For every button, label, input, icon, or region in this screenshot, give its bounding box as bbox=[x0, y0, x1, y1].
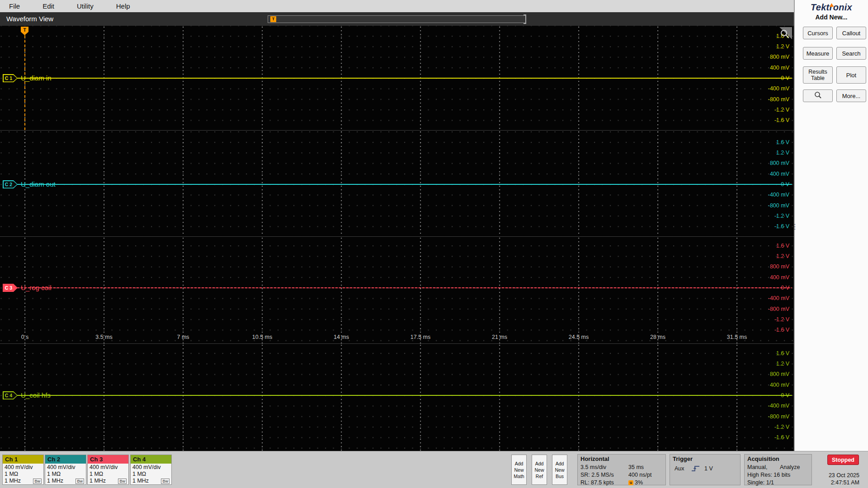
waveform-display[interactable]: 1.6 V 1.2 V 800 mV 400 mV 0 V -400 mV -8… bbox=[0, 26, 794, 451]
ch2-impedance: 1 MΩ bbox=[47, 471, 84, 478]
time-tick-label: 14 ms bbox=[334, 334, 349, 340]
scale-label: -800 mV bbox=[768, 96, 789, 103]
record-view-map[interactable]: T bbox=[268, 15, 526, 23]
add-bus-line2: New bbox=[552, 467, 567, 473]
time-axis: 0 s 3.5 ms 7 ms 10.5 ms 14 ms 17.5 ms 21… bbox=[0, 334, 794, 342]
add-new-math-button[interactable]: Add New Math bbox=[511, 455, 527, 485]
trigger-source: Aux bbox=[675, 465, 684, 472]
ch4-badge[interactable]: C 4 bbox=[3, 391, 18, 399]
menu-file[interactable]: File bbox=[9, 2, 20, 10]
scale-label: -400 mV bbox=[768, 402, 789, 409]
scale-label: -1.2 V bbox=[774, 212, 789, 220]
add-new-ref-button[interactable]: Add New Ref bbox=[532, 455, 547, 485]
menu-bar: File Edit Utility Help bbox=[0, 0, 794, 12]
map-trigger-icon[interactable]: T bbox=[270, 16, 276, 22]
ch1-waveform-label[interactable]: U_diam in bbox=[21, 74, 52, 83]
right-control-panel: Tektronix Add New... ⋮ Cursors Callout M… bbox=[794, 0, 868, 451]
ch3-waveform-label[interactable]: U_rog coil bbox=[21, 283, 52, 292]
ch4-volts-per-div: 400 mV/div bbox=[132, 464, 170, 471]
sample-resolution: 400 ns/pt bbox=[628, 472, 651, 479]
ch4-trace[interactable] bbox=[17, 395, 792, 396]
scale-label: -1.2 V bbox=[774, 106, 789, 113]
time-tick-label: 21 ms bbox=[492, 334, 507, 340]
more-button[interactable]: More... bbox=[836, 89, 866, 102]
waveform-view-header: Waveform View T bbox=[0, 12, 794, 26]
ch2-trace[interactable] bbox=[17, 184, 792, 185]
position-readout: u3% bbox=[628, 479, 643, 486]
trigger-slope-icon bbox=[691, 465, 701, 474]
callout-button[interactable]: Callout bbox=[836, 27, 866, 39]
ch2-bw-limit-icon: Bw bbox=[75, 479, 84, 484]
plot-button[interactable]: Plot bbox=[836, 66, 866, 84]
add-math-line2: New bbox=[512, 467, 526, 473]
zoom-button[interactable] bbox=[803, 89, 833, 102]
ch3-bandwidth: 1 MHz bbox=[90, 478, 106, 484]
time-tick-label: 24.5 ms bbox=[569, 334, 589, 340]
ch1-bandwidth: 1 MHz bbox=[5, 478, 21, 484]
scale-label: 400 mV bbox=[770, 381, 789, 389]
add-new-bus-button[interactable]: Add New Bus bbox=[552, 455, 567, 485]
acquisition-detail: High Res: 16 bits bbox=[747, 472, 790, 479]
ch4-settings-header: Ch 4 bbox=[131, 455, 171, 464]
scale-label: -1.6 V bbox=[774, 434, 789, 441]
time-tick-label: 31.5 ms bbox=[727, 334, 747, 340]
ch2-bandwidth: 1 MHz bbox=[47, 478, 63, 484]
scale-label: 800 mV bbox=[770, 53, 789, 61]
ch1-settings-box[interactable]: Ch 1 400 mV/div 1 MΩ 1 MHz Bw bbox=[2, 455, 44, 485]
ch3-bw-limit-icon: Bw bbox=[118, 479, 127, 484]
time-tick-label: 0 s bbox=[21, 334, 29, 340]
ch3-badge[interactable]: C 3 bbox=[3, 284, 18, 292]
scale-label: 1.2 V bbox=[776, 360, 789, 367]
ch2-settings-box[interactable]: Ch 2 400 mV/div 1 MΩ 1 MHz Bw bbox=[45, 455, 86, 485]
date-display: 23 Oct 2025 bbox=[796, 472, 859, 479]
ch2-settings-header: Ch 2 bbox=[45, 455, 86, 464]
ch1-badge[interactable]: C 1 bbox=[3, 74, 18, 82]
graticule-grid bbox=[0, 344, 794, 451]
ch3-settings-header: Ch 3 bbox=[88, 455, 128, 464]
horizontal-panel[interactable]: Horizontal 3.5 ms/div 35 ms SR: 2.5 MS/s… bbox=[577, 454, 666, 485]
measure-button[interactable]: Measure bbox=[803, 47, 833, 60]
ch3-badge-label: C 3 bbox=[3, 284, 14, 292]
menu-utility[interactable]: Utility bbox=[77, 2, 94, 10]
ch1-trace[interactable] bbox=[17, 78, 792, 79]
trigger-panel[interactable]: Trigger Aux 1 V bbox=[670, 454, 741, 485]
cursors-button[interactable]: Cursors bbox=[803, 27, 833, 39]
add-ref-line1: Add bbox=[532, 461, 547, 466]
ch2-waveform-label[interactable]: U_diam out bbox=[21, 180, 56, 189]
scale-label: 1.2 V bbox=[776, 149, 789, 156]
channel-4-lane: 1.6 V 1.2 V 800 mV 400 mV 0 V -400 mV -8… bbox=[0, 343, 794, 451]
channel-1-lane: 1.6 V 1.2 V 800 mV 400 mV 0 V -400 mV -8… bbox=[0, 26, 794, 130]
ch4-waveform-label[interactable]: U_coil hfs bbox=[21, 391, 51, 400]
scale-label: -800 mV bbox=[768, 202, 789, 209]
graticule-grid bbox=[0, 131, 794, 236]
ch3-trace[interactable] bbox=[17, 287, 792, 288]
results-table-button[interactable]: Results Table bbox=[803, 66, 833, 84]
menu-help[interactable]: Help bbox=[116, 2, 130, 10]
ch3-settings-box[interactable]: Ch 3 400 mV/div 1 MΩ 1 MHz Bw bbox=[87, 455, 129, 485]
add-bus-line3: Bus bbox=[552, 474, 567, 479]
search-button[interactable]: Search bbox=[836, 47, 866, 60]
add-math-line3: Math bbox=[512, 474, 526, 479]
run-stop-status-badge[interactable]: Stopped bbox=[827, 455, 859, 465]
horizontal-title: Horizontal bbox=[580, 455, 609, 462]
map-window-bracket[interactable] bbox=[524, 14, 526, 24]
scale-label: -1.6 V bbox=[774, 326, 789, 333]
trigger-level: 1 V bbox=[704, 465, 713, 472]
position-marker-icon: u bbox=[628, 480, 633, 485]
ch2-volts-per-div: 400 mV/div bbox=[47, 464, 84, 471]
menu-edit[interactable]: Edit bbox=[42, 2, 54, 10]
ch4-bw-limit-icon: Bw bbox=[161, 479, 170, 484]
time-display: 2:47:51 AM bbox=[796, 479, 859, 486]
ch2-badge[interactable]: C 2 bbox=[3, 180, 18, 188]
results-table-line1: Results bbox=[808, 69, 827, 75]
scale-label: -1.2 V bbox=[774, 316, 789, 323]
ch2-badge-label: C 2 bbox=[3, 180, 14, 188]
zoom-overlay-icon[interactable] bbox=[778, 27, 792, 39]
time-tick-label: 28 ms bbox=[650, 334, 665, 340]
scale-label: -1.2 V bbox=[774, 423, 789, 431]
bottom-status-bar: Ch 1 400 mV/div 1 MΩ 1 MHz Bw Ch 2 400 m… bbox=[0, 451, 868, 488]
ch4-settings-box[interactable]: Ch 4 400 mV/div 1 MΩ 1 MHz Bw bbox=[130, 455, 172, 485]
scale-label: 1.2 V bbox=[776, 253, 789, 260]
panel-drag-handle-icon[interactable]: ⋮ bbox=[791, 225, 798, 228]
scale-label: -1.6 V bbox=[774, 117, 789, 124]
